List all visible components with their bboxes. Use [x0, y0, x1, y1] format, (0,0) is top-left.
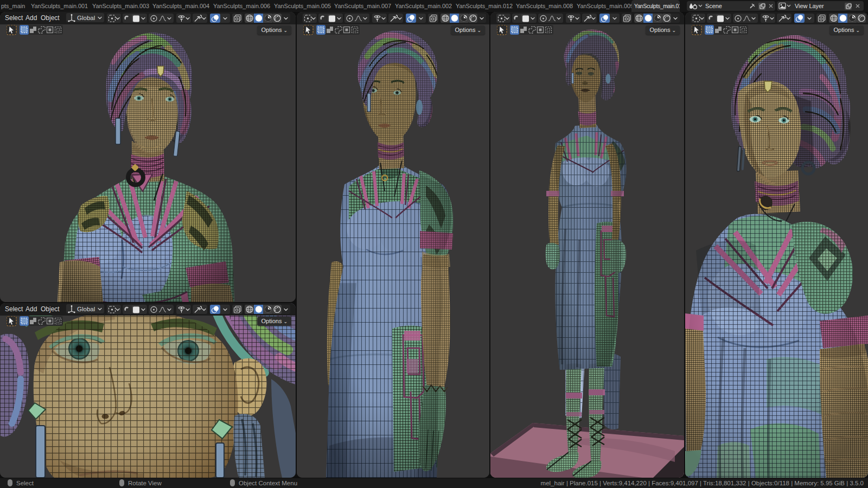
svg-text:Global: Global: [77, 15, 95, 21]
svg-text:Global: Global: [77, 306, 95, 312]
